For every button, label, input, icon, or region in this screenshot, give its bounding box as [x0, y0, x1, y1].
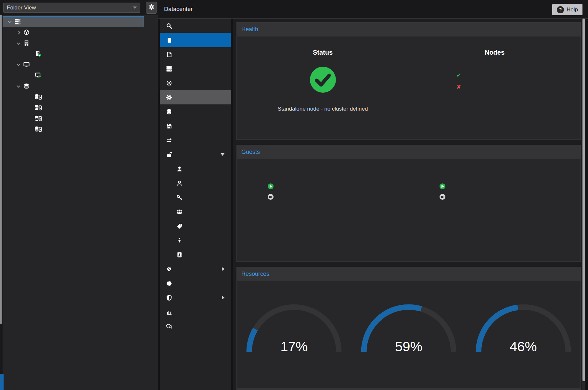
view-mode-label: Folder View	[7, 5, 36, 11]
topbar: Datacenter ? Help	[158, 0, 588, 19]
content-scrollbar-track[interactable]	[582, 19, 585, 390]
gear-icon	[165, 94, 173, 101]
menu-item-ha[interactable]	[160, 262, 231, 276]
user-icon	[175, 166, 183, 172]
chevron-down-icon[interactable]	[16, 42, 21, 45]
tree-item-datacenter[interactable]	[3, 16, 144, 27]
resource-tree-panel	[0, 15, 158, 390]
cluster-status-message: Standalone node - no cluster defined	[237, 106, 409, 112]
monitor-icon	[22, 61, 31, 68]
menu-item-groups[interactable]	[160, 205, 231, 219]
tree-scrollbar-track[interactable]	[0, 15, 3, 390]
tree-item-local-pve-[interactable]	[3, 91, 144, 102]
menu-item-realms[interactable]	[160, 248, 231, 262]
play-circle-icon	[268, 183, 274, 189]
chevron-down-icon[interactable]	[7, 20, 13, 23]
gear-icon	[148, 4, 155, 11]
node-status-row-offline: ✘	[456, 81, 533, 93]
server-stack-icon	[165, 66, 173, 72]
nodes-title: Nodes	[409, 49, 581, 56]
tree-item-local-lvm-pve-[interactable]	[3, 102, 144, 113]
gauge-storage: 46%	[466, 294, 581, 358]
database-drive-icon	[34, 115, 42, 121]
menu-item-backup[interactable]	[160, 119, 231, 133]
heartbeat-icon	[165, 266, 173, 272]
shield-icon	[165, 295, 173, 301]
next-panel-edge	[236, 388, 581, 390]
guests-panel-header: Guests	[237, 145, 581, 159]
status-ok-icon	[309, 66, 337, 95]
chevron-down-icon	[133, 7, 137, 9]
play-circle-icon	[440, 183, 445, 189]
tree-item-wdblue-pve-[interactable]	[3, 124, 144, 134]
gauge-percent: 17%	[245, 339, 343, 355]
check-icon: ✔	[456, 72, 461, 79]
health-panel-header: Health	[237, 22, 581, 36]
tree-item-wd2t-pve-[interactable]	[3, 113, 144, 124]
datacenter-menu	[160, 19, 231, 390]
replication-icon	[165, 137, 173, 143]
triangle-right-icon	[222, 296, 224, 300]
menu-item-pools[interactable]	[160, 219, 231, 233]
menu-item-ceph[interactable]	[160, 76, 231, 90]
sidebar-toolbar: Folder View	[0, 0, 158, 15]
search-icon	[165, 23, 173, 29]
tree-item-lxc-container[interactable]	[3, 27, 144, 38]
guest-row-running	[268, 181, 378, 192]
menu-item-api-tokens[interactable]	[160, 176, 231, 190]
tree-scrollbar-thumb[interactable]	[0, 15, 2, 324]
view-mode-select[interactable]: Folder View	[3, 3, 140, 13]
menu-item-summary[interactable]	[160, 33, 231, 47]
guests-column-lxc-container	[409, 171, 581, 202]
resources-panel: Resources 17% 59% 46%	[236, 267, 581, 390]
menu-item-options[interactable]	[160, 90, 231, 104]
tree-settings-button[interactable]	[146, 2, 157, 14]
menu-item-search[interactable]	[160, 19, 231, 33]
menu-item-firewall[interactable]	[160, 290, 231, 305]
health-nodes-column: Nodes ✔✘	[409, 49, 581, 112]
address-book-icon	[175, 252, 183, 258]
menu-item-storage[interactable]	[160, 104, 231, 119]
status-title: Status	[237, 49, 409, 56]
menu-item-permissions[interactable]	[160, 147, 231, 162]
ceph-icon	[165, 80, 173, 86]
menu-item-roles[interactable]	[160, 233, 231, 248]
menu-item-replication[interactable]	[160, 133, 231, 147]
help-button[interactable]: ? Help	[552, 4, 582, 15]
guests-column-virtual-machines	[237, 171, 409, 202]
question-icon: ?	[557, 6, 564, 13]
unlock-icon	[165, 152, 173, 158]
content-area: Health Status Standalone node - no clust…	[233, 19, 582, 390]
chat-icon	[165, 323, 173, 329]
gauge-percent: 46%	[475, 339, 572, 355]
chevron-right-icon[interactable]	[16, 31, 21, 34]
server-stack-icon	[13, 19, 22, 25]
tree-item-storage[interactable]	[3, 81, 144, 91]
menu-item-notes[interactable]	[160, 47, 231, 61]
cube-icon	[22, 29, 31, 35]
database-drive-icon	[34, 94, 42, 100]
page-title: Datacenter	[164, 0, 193, 18]
node-status-rows: ✔✘	[456, 69, 533, 93]
chevron-down-icon[interactable]	[16, 63, 21, 66]
database-icon	[165, 109, 173, 115]
chart-icon	[165, 309, 173, 315]
content-scrollbar-thumb[interactable]	[582, 19, 585, 381]
resource-tree	[3, 16, 144, 134]
floppy-icon	[165, 123, 173, 129]
tree-item-101-opnsense-[interactable]	[3, 70, 144, 81]
tree-item-nodes[interactable]	[3, 38, 144, 48]
users-icon	[175, 209, 183, 215]
menu-item-users[interactable]	[160, 162, 231, 176]
tree-item-pve[interactable]	[3, 48, 144, 59]
menu-item-metric-server[interactable]	[160, 305, 231, 319]
menu-item-support[interactable]	[160, 319, 231, 333]
database-drive-icon	[34, 126, 42, 132]
tree-item-virtual-machine[interactable]	[3, 59, 144, 70]
menu-item-cluster[interactable]	[160, 61, 231, 76]
gauge-memory: 59%	[352, 294, 466, 358]
menu-item-acme[interactable]	[160, 276, 231, 290]
chevron-down-icon[interactable]	[16, 85, 21, 87]
person-icon	[175, 237, 183, 244]
menu-item-two-factor[interactable]	[160, 190, 231, 205]
